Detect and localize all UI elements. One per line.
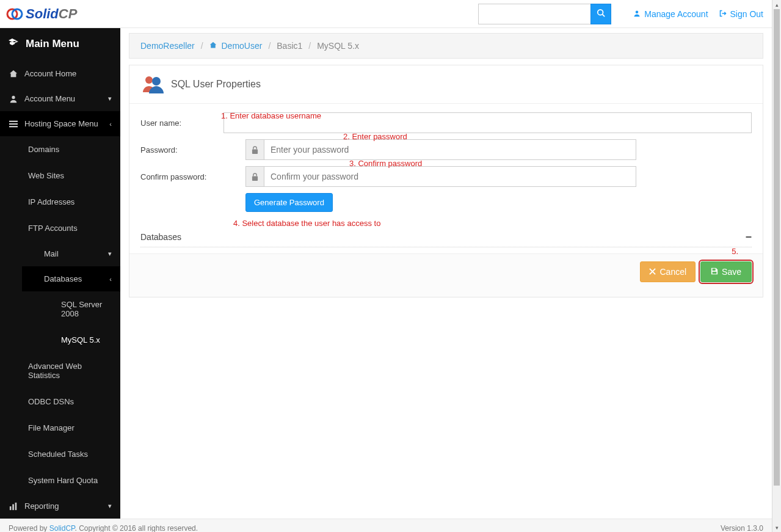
breadcrumb-separator: /: [308, 41, 311, 51]
confirm-password-label: Confirm password:: [140, 172, 245, 181]
search-input[interactable]: [478, 4, 590, 24]
sidebar-item-scheduled-tasks[interactable]: Scheduled Tasks: [22, 441, 120, 467]
main-content: DemoReseller / DemoUser / Basic1 / MySQL…: [120, 28, 772, 519]
sidebar-item-odbc-dsns[interactable]: ODBC DSNs: [22, 388, 120, 415]
svg-rect-10: [12, 504, 14, 510]
svg-point-12: [145, 76, 153, 84]
user-icon: [9, 95, 18, 103]
sidebar-item-label: Databases: [44, 274, 82, 283]
list-icon: [9, 120, 18, 128]
search-button[interactable]: [590, 4, 611, 24]
footer-solidcp-link[interactable]: SolidCP: [49, 524, 75, 532]
panel-body: 1. Enter database username 2. Enter pass…: [129, 104, 763, 253]
breadcrumb-reseller[interactable]: DemoReseller: [140, 41, 195, 51]
home-icon: [9, 70, 18, 78]
sidebar-item-account-menu[interactable]: Account Menu ▾: [0, 86, 120, 111]
chevron-down-icon: ▾: [108, 502, 112, 510]
svg-rect-14: [252, 149, 258, 153]
svg-rect-9: [10, 506, 12, 510]
svg-rect-19: [713, 272, 717, 274]
svg-rect-11: [15, 502, 17, 509]
sidebar-item-system-hard-quota[interactable]: System Hard Quota: [22, 467, 120, 494]
breadcrumb: DemoReseller / DemoUser / Basic1 / MySQL…: [129, 33, 763, 59]
save-icon: [711, 267, 718, 277]
sidebar-item-account-home[interactable]: Account Home: [0, 61, 120, 86]
svg-rect-18: [713, 269, 716, 271]
sql-user-properties-panel: SQL User Properties 1. Enter database us…: [129, 65, 763, 297]
databases-section-header[interactable]: Databases –: [140, 224, 752, 247]
sidebar: Main Menu Account Home Account Menu ▾ Ho…: [0, 28, 120, 519]
confirm-password-input[interactable]: [264, 166, 636, 187]
username-row: User name:: [140, 112, 752, 133]
sidebar-item-label: File Manager: [28, 423, 74, 432]
username-input[interactable]: [223, 112, 752, 133]
panel-footer: 5. Cancel Save: [129, 253, 763, 297]
panel-title: SQL User Properties: [171, 79, 261, 90]
window-scrollbar[interactable]: ▴ ▾: [772, 0, 781, 532]
scroll-down-icon[interactable]: ▾: [772, 523, 781, 532]
brand-text-3: CP: [59, 6, 78, 22]
generate-password-button[interactable]: Generate Password: [245, 193, 333, 212]
sidebar-item-adv-web-stats[interactable]: Advanced Web Statistics: [22, 353, 120, 388]
save-button[interactable]: Save: [700, 261, 752, 282]
svg-rect-6: [9, 120, 18, 122]
confirm-password-row: Confirm password:: [140, 166, 752, 187]
sign-out-link[interactable]: Sign Out: [719, 9, 763, 19]
sidebar-item-web-sites[interactable]: Web Sites: [22, 162, 120, 189]
home-icon: [209, 41, 219, 51]
global-search: [478, 4, 611, 24]
breadcrumb-separator: /: [268, 41, 271, 51]
sidebar-item-mysql-5x[interactable]: MySQL 5.x: [55, 327, 120, 353]
sidebar-item-ip-addresses[interactable]: IP Addresses: [22, 189, 120, 215]
sidebar-item-label: FTP Accounts: [28, 224, 78, 233]
brand-text-1: S: [26, 6, 35, 22]
sidebar-item-mail[interactable]: Mail ▾: [22, 241, 120, 266]
svg-point-2: [598, 10, 603, 15]
panel-header: SQL User Properties: [129, 65, 763, 104]
search-icon: [597, 9, 605, 19]
lock-icon: [245, 166, 264, 187]
sidebar-item-label: Reporting: [24, 501, 59, 511]
footer-suffix: . Copyright © 2016 all rights reserved.: [75, 524, 198, 532]
password-input[interactable]: [264, 139, 636, 160]
databases-section-label: Databases: [140, 232, 181, 242]
cancel-button[interactable]: Cancel: [640, 261, 696, 282]
breadcrumb-user[interactable]: DemoUser: [209, 41, 263, 51]
scrollbar-thumb[interactable]: [774, 9, 780, 486]
sidebar-item-hosting-space-menu[interactable]: Hosting Space Menu ‹: [0, 111, 120, 136]
brand-logo[interactable]: SolidCP: [6, 6, 77, 22]
hosting-space-submenu: Domains Web Sites IP Addresses FTP Accou…: [0, 136, 120, 494]
svg-point-4: [636, 10, 639, 13]
sidebar-item-file-manager[interactable]: File Manager: [22, 415, 120, 441]
svg-line-3: [603, 15, 605, 17]
footer-prefix: Powered by: [9, 524, 49, 532]
scroll-up-icon[interactable]: ▴: [772, 0, 781, 9]
sidebar-item-label: Account Home: [24, 69, 76, 78]
sidebar-item-reporting[interactable]: Reporting ▾: [0, 494, 120, 519]
manage-account-label: Manage Account: [644, 9, 708, 19]
sidebar-item-label: Advanced Web Statistics: [28, 362, 82, 380]
top-bar: SolidCP Manage Account Sign Out: [0, 0, 772, 28]
sidebar-item-label: IP Addresses: [28, 197, 74, 206]
save-label: Save: [722, 267, 741, 277]
sidebar-item-domains[interactable]: Domains: [22, 136, 120, 162]
footer-version: Version 1.3.0: [721, 524, 763, 532]
svg-rect-8: [9, 126, 18, 127]
chevron-down-icon: ▾: [108, 95, 112, 103]
breadcrumb-separator: /: [201, 41, 203, 51]
sidebar-item-label: Account Menu: [24, 94, 75, 103]
collapse-icon[interactable]: –: [746, 230, 752, 243]
sidebar-item-label: SQL Server 2008: [61, 300, 102, 318]
svg-rect-15: [252, 176, 258, 180]
user-icon: [633, 9, 641, 19]
footer-text: Powered by SolidCP. Copyright © 2016 all…: [9, 524, 198, 532]
sidebar-item-databases[interactable]: Databases ‹: [22, 266, 120, 291]
manage-account-link[interactable]: Manage Account: [633, 9, 708, 19]
sidebar-item-label: Web Sites: [28, 171, 64, 180]
sidebar-item-ftp-accounts[interactable]: FTP Accounts: [22, 215, 120, 241]
sidebar-item-sql-server-2008[interactable]: SQL Server 2008: [55, 291, 120, 327]
sign-out-icon: [719, 9, 727, 19]
sidebar-item-label: System Hard Quota: [28, 476, 98, 485]
page-footer: Powered by SolidCP. Copyright © 2016 all…: [0, 519, 772, 532]
sidebar-item-label: MySQL 5.x: [61, 335, 100, 344]
